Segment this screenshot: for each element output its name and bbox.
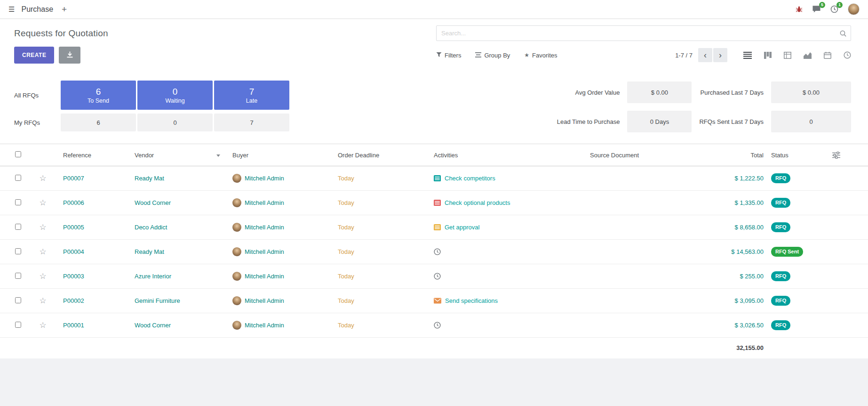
graph-view-icon[interactable] (804, 52, 812, 59)
row-checkbox[interactable] (15, 322, 21, 328)
buyer-link[interactable]: Mitchell Admin (245, 199, 284, 206)
favorites-star-icon: ★ (524, 52, 529, 58)
pager-prev-button[interactable]: ‹ (698, 48, 712, 62)
calendar-view-icon[interactable] (824, 52, 831, 59)
kanban-view-icon[interactable] (764, 52, 772, 59)
reference-link[interactable]: P00002 (63, 297, 84, 304)
my-kpi-to-send[interactable]: 6 (61, 114, 136, 131)
activity-label[interactable]: Get approval (445, 224, 479, 231)
row-checkbox[interactable] (15, 248, 21, 254)
favorite-star-icon[interactable]: ☆ (26, 313, 59, 338)
buyer-avatar (232, 198, 241, 207)
buyer-link[interactable]: Mitchell Admin (245, 175, 284, 182)
activities-clock-icon[interactable]: 1 (830, 5, 838, 13)
vendor-link[interactable]: Deco Addict (135, 224, 167, 231)
stat-label: Purchased Last 7 Days (699, 89, 764, 96)
row-checkbox[interactable] (15, 224, 21, 230)
kpi-late[interactable]: 7 Late (214, 81, 289, 110)
column-header-status[interactable]: Status (767, 144, 828, 166)
column-header-vendor[interactable]: Vendor (131, 144, 229, 166)
optional-columns-icon[interactable] (832, 152, 864, 159)
vendor-link[interactable]: Wood Corner (135, 322, 171, 329)
table-row[interactable]: ☆ P00003 Azure Interior Mitchell Admin T… (0, 264, 868, 289)
apps-menu-icon[interactable]: ☰ (8, 5, 15, 14)
activity-label[interactable]: Check optional products (445, 199, 510, 206)
search-input[interactable] (436, 25, 851, 41)
column-header-buyer[interactable]: Buyer (229, 144, 334, 166)
row-checkbox[interactable] (15, 175, 21, 181)
buyer-link[interactable]: Mitchell Admin (245, 297, 284, 304)
table-row[interactable]: ☆ P00002 Gemini Furniture Mitchell Admin… (0, 289, 868, 313)
row-checkbox[interactable] (15, 297, 21, 303)
pager-next-button[interactable]: › (713, 48, 727, 62)
order-deadline: Today (338, 199, 354, 206)
favorite-star-icon[interactable]: ☆ (26, 289, 59, 313)
reference-link[interactable]: P00004 (63, 248, 84, 255)
app-name[interactable]: Purchase (21, 5, 53, 14)
create-button[interactable]: CREATE (14, 47, 54, 64)
column-header-reference[interactable]: Reference (59, 144, 131, 166)
activity-clock-icon[interactable] (434, 273, 441, 280)
activity-clock-icon[interactable] (434, 248, 441, 255)
my-kpi-waiting[interactable]: 0 (137, 114, 213, 131)
buyer-avatar (232, 223, 241, 232)
top-navbar: ☰ Purchase + 5 1 (0, 0, 868, 19)
user-avatar[interactable] (848, 3, 860, 15)
column-header-source-document[interactable]: Source Document (586, 144, 704, 166)
list-view-icon[interactable] (743, 52, 752, 59)
favorites-button[interactable]: ★ Favorites (524, 52, 557, 59)
search-icon[interactable] (839, 30, 847, 37)
buyer-avatar (232, 247, 241, 256)
new-tab-plus-icon[interactable]: + (62, 5, 67, 14)
sort-caret-icon (216, 154, 220, 157)
row-checkbox[interactable] (15, 199, 21, 205)
favorite-star-icon[interactable]: ☆ (26, 264, 59, 289)
select-all-checkbox[interactable] (15, 151, 21, 157)
kpi-waiting[interactable]: 0 Waiting (137, 81, 213, 110)
debug-bug-icon[interactable] (796, 6, 803, 13)
activity-list-icon (434, 224, 441, 230)
favorite-star-icon[interactable]: ☆ (26, 166, 59, 191)
favorite-star-icon[interactable]: ☆ (26, 215, 59, 240)
favorite-star-icon[interactable]: ☆ (26, 191, 59, 215)
vendor-link[interactable]: Gemini Furniture (135, 297, 180, 304)
kpi-to-send[interactable]: 6 To Send (61, 81, 136, 110)
activity-label[interactable]: Check competitors (445, 175, 495, 182)
table-row[interactable]: ☆ P00006 Wood Corner Mitchell Admin Toda… (0, 191, 868, 215)
reference-link[interactable]: P00006 (63, 199, 84, 206)
favorite-star-icon[interactable]: ☆ (26, 240, 59, 264)
filters-button[interactable]: Filters (436, 52, 461, 59)
group-by-button[interactable]: Group By (475, 52, 510, 59)
activity-label[interactable]: Send specifications (445, 297, 498, 304)
buyer-link[interactable]: Mitchell Admin (245, 273, 284, 280)
group-by-label: Group By (484, 52, 510, 59)
pivot-view-icon[interactable] (784, 52, 791, 59)
vendor-link[interactable]: Azure Interior (135, 273, 171, 280)
table-row[interactable]: ☆ P00004 Ready Mat Mitchell Admin Today … (0, 240, 868, 264)
activity-clock-icon[interactable] (434, 322, 441, 329)
row-checkbox[interactable] (15, 273, 21, 279)
reference-link[interactable]: P00003 (63, 273, 84, 280)
activity-view-icon[interactable] (844, 51, 851, 59)
vendor-link[interactable]: Ready Mat (135, 248, 164, 255)
activity-mail-icon (434, 298, 441, 304)
buyer-link[interactable]: Mitchell Admin (245, 224, 284, 231)
column-header-order-deadline[interactable]: Order Deadline (334, 144, 430, 166)
vendor-link[interactable]: Wood Corner (135, 199, 171, 206)
buyer-link[interactable]: Mitchell Admin (245, 248, 284, 255)
my-kpi-late[interactable]: 7 (214, 114, 289, 131)
table-row[interactable]: ☆ P00007 Ready Mat Mitchell Admin Today … (0, 166, 868, 191)
reference-link[interactable]: P00001 (63, 322, 84, 329)
reference-link[interactable]: P00005 (63, 224, 84, 231)
buyer-link[interactable]: Mitchell Admin (245, 322, 284, 329)
column-header-activities[interactable]: Activities (430, 144, 586, 166)
column-header-total[interactable]: Total (704, 144, 767, 166)
table-row[interactable]: ☆ P00005 Deco Addict Mitchell Admin Toda… (0, 215, 868, 240)
page-background (0, 358, 868, 406)
export-button[interactable] (59, 47, 80, 64)
vendor-link[interactable]: Ready Mat (135, 175, 164, 182)
favorites-label: Favorites (532, 52, 557, 59)
messages-icon[interactable]: 5 (812, 5, 821, 13)
table-row[interactable]: ☆ P00001 Wood Corner Mitchell Admin Toda… (0, 313, 868, 338)
reference-link[interactable]: P00007 (63, 175, 84, 182)
